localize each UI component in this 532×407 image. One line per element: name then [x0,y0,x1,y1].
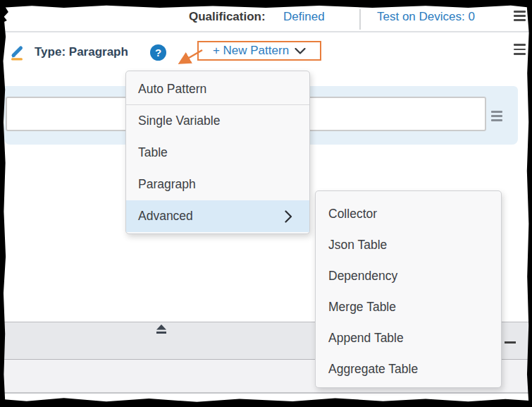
input-options-icon[interactable] [491,111,502,121]
submenu-item-aggregate-table[interactable]: Aggregate Table [316,353,501,384]
menu-item-label: Single Variable [138,114,220,128]
menu-item-advanced[interactable]: Advanced [126,200,309,232]
chevron-right-icon [285,210,292,223]
menu-item-label: Paragraph [138,177,196,192]
menu-item-label: Table [138,145,168,160]
help-icon-glyph: ? [155,47,161,59]
menu-item-auto-pattern[interactable]: Auto Pattern [126,73,309,105]
submenu-item-collector[interactable]: Collector [316,198,501,229]
new-pattern-button[interactable]: + New Pattern [197,41,321,61]
menu-item-label: Json Table [328,238,387,253]
menu-item-label: Auto Pattern [138,82,206,97]
chevron-down-icon [295,48,306,54]
qualification-value-link[interactable]: Defined [283,10,325,24]
qualification-label: Qualification: [189,10,266,24]
screenshot-border [0,396,532,407]
submenu-item-dependency[interactable]: Dependency [316,260,501,291]
menu-item-label: Merge Table [328,300,396,315]
topbar-separator [359,9,361,30]
menu-item-table[interactable]: Table [126,137,309,169]
submenu-item-merge-table[interactable]: Merge Table [316,291,501,322]
test-on-devices-link[interactable]: Test on Devices: 0 [377,10,475,24]
menu-item-paragraph[interactable]: Paragraph [126,169,309,200]
menu-item-label: Dependency [328,269,397,284]
submenu-item-json-table[interactable]: Json Table [316,229,501,260]
help-icon[interactable]: ? [150,44,166,61]
pattern-options-menu-icon[interactable] [514,44,526,55]
screenshot-border [0,0,532,8]
advanced-submenu: Collector Json Table Dependency Merge Ta… [315,190,502,388]
edit-pencil-icon [8,43,27,61]
menu-item-label: Collector [328,207,377,221]
menu-item-label: Advanced [138,209,193,224]
new-pattern-label: + New Pattern [213,44,289,58]
menu-item-single-variable[interactable]: Single Variable [126,105,309,137]
app-window: Qualification: Defined Test on Devices: … [0,0,532,407]
expand-up-icon[interactable] [154,324,168,335]
menu-icon[interactable] [514,11,526,21]
footer-line [0,392,532,394]
topbar-divider-line [0,31,532,32]
new-pattern-dropdown: Auto Pattern Single Variable Table Parag… [125,71,310,234]
menu-item-label: Aggregate Table [328,362,418,377]
type-label: Type: Paragraph [35,45,128,59]
minimize-icon[interactable] [504,336,516,348]
menu-item-label: Append Table [328,331,404,346]
submenu-item-append-table[interactable]: Append Table [316,322,501,353]
